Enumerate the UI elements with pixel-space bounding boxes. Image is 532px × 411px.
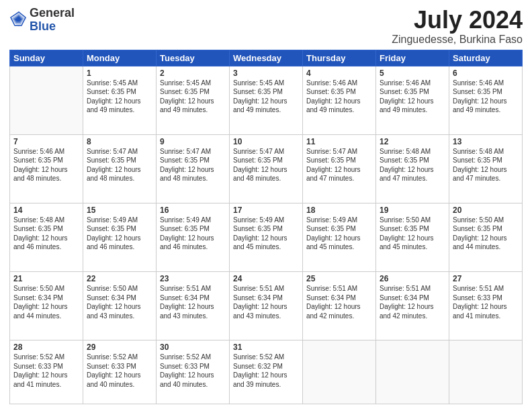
cell-info: Sunrise: 5:45 AM Sunset: 6:35 PM Dayligh…	[87, 79, 152, 115]
cell-info: Sunrise: 5:51 AM Sunset: 6:34 PM Dayligh…	[306, 284, 372, 320]
cell-info: Sunrise: 5:46 AM Sunset: 6:35 PM Dayligh…	[453, 79, 519, 115]
calendar-cell: 16Sunrise: 5:49 AM Sunset: 6:35 PM Dayli…	[157, 203, 230, 271]
calendar-cell: 2Sunrise: 5:45 AM Sunset: 6:35 PM Daylig…	[157, 66, 230, 134]
day-number: 10	[233, 137, 299, 146]
calendar-week-row: 1Sunrise: 5:45 AM Sunset: 6:35 PM Daylig…	[10, 66, 523, 134]
calendar-cell: 17Sunrise: 5:49 AM Sunset: 6:35 PM Dayli…	[230, 203, 303, 271]
cell-info: Sunrise: 5:50 AM Sunset: 6:34 PM Dayligh…	[13, 284, 79, 320]
day-number: 30	[160, 342, 226, 352]
day-number: 6	[453, 68, 519, 78]
day-number: 24	[233, 274, 299, 283]
logo-icon	[9, 9, 28, 28]
day-number: 18	[306, 205, 372, 215]
calendar-cell: 6Sunrise: 5:46 AM Sunset: 6:35 PM Daylig…	[449, 66, 523, 134]
cell-info: Sunrise: 5:51 AM Sunset: 6:33 PM Dayligh…	[453, 284, 519, 320]
calendar-cell: 27Sunrise: 5:51 AM Sunset: 6:33 PM Dayli…	[449, 272, 523, 340]
calendar-week-row: 7Sunrise: 5:46 AM Sunset: 6:35 PM Daylig…	[10, 134, 523, 203]
calendar-cell: 14Sunrise: 5:48 AM Sunset: 6:35 PM Dayli…	[10, 203, 83, 271]
cell-info: Sunrise: 5:51 AM Sunset: 6:34 PM Dayligh…	[380, 284, 445, 320]
day-number: 23	[160, 274, 226, 283]
cell-info: Sunrise: 5:51 AM Sunset: 6:34 PM Dayligh…	[160, 284, 226, 320]
cell-info: Sunrise: 5:52 AM Sunset: 6:33 PM Dayligh…	[87, 353, 152, 389]
cell-info: Sunrise: 5:48 AM Sunset: 6:35 PM Dayligh…	[13, 216, 79, 252]
location-title: Zinguedesse, Burkina Faso	[392, 34, 523, 46]
calendar-cell: 19Sunrise: 5:50 AM Sunset: 6:35 PM Dayli…	[376, 203, 449, 271]
logo-text: General Blue	[30, 7, 75, 34]
calendar-cell: 20Sunrise: 5:50 AM Sunset: 6:35 PM Dayli…	[449, 203, 523, 271]
calendar-cell: 7Sunrise: 5:46 AM Sunset: 6:35 PM Daylig…	[10, 134, 83, 203]
day-number: 22	[87, 274, 152, 283]
day-number: 15	[87, 205, 152, 215]
day-number: 7	[13, 137, 79, 146]
day-number: 8	[87, 137, 152, 146]
calendar-week-row: 14Sunrise: 5:48 AM Sunset: 6:35 PM Dayli…	[10, 203, 523, 271]
day-number: 19	[380, 205, 445, 215]
cell-info: Sunrise: 5:47 AM Sunset: 6:35 PM Dayligh…	[306, 147, 372, 183]
calendar-cell: 13Sunrise: 5:48 AM Sunset: 6:35 PM Dayli…	[449, 134, 523, 203]
calendar-cell: 22Sunrise: 5:50 AM Sunset: 6:34 PM Dayli…	[83, 272, 157, 340]
calendar-cell: 30Sunrise: 5:52 AM Sunset: 6:33 PM Dayli…	[157, 340, 230, 404]
title-block: July 2024 Zinguedesse, Burkina Faso	[392, 7, 523, 46]
day-number: 26	[380, 274, 445, 283]
page: General Blue July 2024 Zinguedesse, Burk…	[0, 0, 532, 411]
cell-info: Sunrise: 5:46 AM Sunset: 6:35 PM Dayligh…	[380, 79, 445, 115]
calendar-cell: 25Sunrise: 5:51 AM Sunset: 6:34 PM Dayli…	[303, 272, 376, 340]
cell-info: Sunrise: 5:49 AM Sunset: 6:35 PM Dayligh…	[306, 216, 372, 252]
cell-info: Sunrise: 5:46 AM Sunset: 6:35 PM Dayligh…	[306, 79, 372, 115]
day-number: 11	[306, 137, 372, 146]
cell-info: Sunrise: 5:47 AM Sunset: 6:35 PM Dayligh…	[233, 147, 299, 183]
logo-blue: Blue	[30, 19, 56, 33]
calendar-cell	[449, 340, 523, 404]
day-number: 5	[380, 68, 445, 78]
day-number: 20	[453, 205, 519, 215]
calendar-cell: 12Sunrise: 5:48 AM Sunset: 6:35 PM Dayli…	[376, 134, 449, 203]
cell-info: Sunrise: 5:50 AM Sunset: 6:35 PM Dayligh…	[380, 216, 445, 252]
calendar-cell	[303, 340, 376, 404]
day-number: 28	[13, 342, 79, 352]
cell-info: Sunrise: 5:45 AM Sunset: 6:35 PM Dayligh…	[160, 79, 226, 115]
cell-info: Sunrise: 5:48 AM Sunset: 6:35 PM Dayligh…	[453, 147, 519, 183]
day-number: 2	[160, 68, 226, 78]
calendar-cell: 8Sunrise: 5:47 AM Sunset: 6:35 PM Daylig…	[83, 134, 157, 203]
day-number: 9	[160, 137, 226, 146]
calendar-cell: 4Sunrise: 5:46 AM Sunset: 6:35 PM Daylig…	[303, 66, 376, 134]
calendar-header-friday: Friday	[376, 50, 449, 66]
cell-info: Sunrise: 5:46 AM Sunset: 6:35 PM Dayligh…	[13, 147, 79, 183]
logo: General Blue	[9, 7, 75, 34]
calendar-header-tuesday: Tuesday	[157, 50, 230, 66]
day-number: 14	[13, 205, 79, 215]
calendar-cell: 31Sunrise: 5:52 AM Sunset: 6:32 PM Dayli…	[230, 340, 303, 404]
cell-info: Sunrise: 5:48 AM Sunset: 6:35 PM Dayligh…	[380, 147, 445, 183]
cell-info: Sunrise: 5:51 AM Sunset: 6:34 PM Dayligh…	[233, 284, 299, 320]
calendar-cell: 21Sunrise: 5:50 AM Sunset: 6:34 PM Dayli…	[10, 272, 83, 340]
calendar-header-thursday: Thursday	[303, 50, 376, 66]
calendar-table: SundayMondayTuesdayWednesdayThursdayFrid…	[9, 50, 523, 404]
calendar-cell: 1Sunrise: 5:45 AM Sunset: 6:35 PM Daylig…	[83, 66, 157, 134]
cell-info: Sunrise: 5:52 AM Sunset: 6:33 PM Dayligh…	[13, 353, 79, 389]
cell-info: Sunrise: 5:45 AM Sunset: 6:35 PM Dayligh…	[233, 79, 299, 115]
calendar-week-row: 21Sunrise: 5:50 AM Sunset: 6:34 PM Dayli…	[10, 272, 523, 340]
cell-info: Sunrise: 5:52 AM Sunset: 6:32 PM Dayligh…	[233, 353, 299, 389]
calendar-cell: 3Sunrise: 5:45 AM Sunset: 6:35 PM Daylig…	[230, 66, 303, 134]
day-number: 3	[233, 68, 299, 78]
month-title: July 2024	[392, 7, 523, 34]
calendar-cell: 5Sunrise: 5:46 AM Sunset: 6:35 PM Daylig…	[376, 66, 449, 134]
calendar-cell: 11Sunrise: 5:47 AM Sunset: 6:35 PM Dayli…	[303, 134, 376, 203]
calendar-cell: 18Sunrise: 5:49 AM Sunset: 6:35 PM Dayli…	[303, 203, 376, 271]
calendar-header-saturday: Saturday	[449, 50, 523, 66]
day-number: 27	[453, 274, 519, 283]
day-number: 4	[306, 68, 372, 78]
logo-general: General	[30, 6, 75, 19]
cell-info: Sunrise: 5:49 AM Sunset: 6:35 PM Dayligh…	[160, 216, 226, 252]
cell-info: Sunrise: 5:50 AM Sunset: 6:35 PM Dayligh…	[453, 216, 519, 252]
day-number: 1	[87, 68, 152, 78]
cell-info: Sunrise: 5:50 AM Sunset: 6:34 PM Dayligh…	[87, 284, 152, 320]
calendar-cell: 24Sunrise: 5:51 AM Sunset: 6:34 PM Dayli…	[230, 272, 303, 340]
cell-info: Sunrise: 5:49 AM Sunset: 6:35 PM Dayligh…	[233, 216, 299, 252]
day-number: 31	[233, 342, 299, 352]
calendar-cell: 28Sunrise: 5:52 AM Sunset: 6:33 PM Dayli…	[10, 340, 83, 404]
calendar-cell: 29Sunrise: 5:52 AM Sunset: 6:33 PM Dayli…	[83, 340, 157, 404]
day-number: 21	[13, 274, 79, 283]
calendar-header-row: SundayMondayTuesdayWednesdayThursdayFrid…	[10, 50, 523, 66]
calendar-header-sunday: Sunday	[10, 50, 83, 66]
